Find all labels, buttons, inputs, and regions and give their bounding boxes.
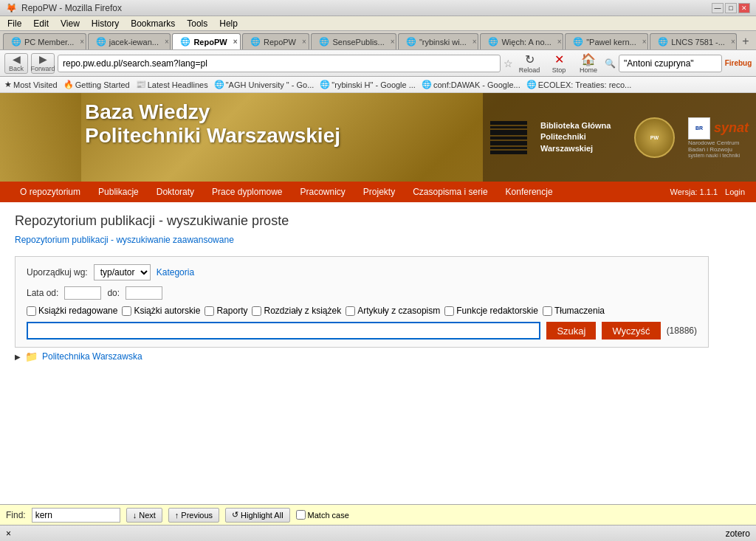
bookmark-getting-started[interactable]: 🔥 Getting Started (63, 80, 130, 89)
bookmark-agh[interactable]: 🌐 "AGH University " - Go... (214, 80, 315, 89)
find-input[interactable] (32, 508, 120, 523)
reload-button[interactable]: ↻ Reload (516, 53, 543, 74)
tab-close-3[interactable]: × (302, 38, 306, 46)
tab-close-1[interactable]: × (165, 38, 169, 46)
nav-doktoraty[interactable]: Doktoraty (148, 183, 203, 201)
tab-close-5[interactable]: × (472, 38, 477, 46)
search-button[interactable]: Szukaj (546, 322, 596, 340)
bookmark-ecolex[interactable]: 🌐 ECOLEX: Treaties: reco... (526, 80, 632, 89)
firebug-button[interactable]: Firebug (725, 53, 752, 74)
maximize-button[interactable]: □ (725, 3, 737, 13)
bookmark-label-1: Getting Started (75, 80, 130, 89)
title-text: RepoPW - Mozilla Firefox (21, 3, 122, 13)
tree-item-pw[interactable]: ▶ 📁 Politechnika Warszawska (15, 348, 709, 365)
menu-tools[interactable]: Tools (182, 17, 212, 30)
tab-0[interactable]: 🌐 PC Member... × (3, 33, 86, 49)
checkbox-raporty-label: Raporty (216, 306, 247, 316)
checkbox-ksiazki-aut-label: Książki autorskie (134, 306, 200, 316)
advanced-search-link[interactable]: Repozytorium publikacji - wyszukiwanie z… (15, 235, 234, 245)
nav-czasopisma[interactable]: Czasopisma i serie (404, 183, 496, 201)
tab-close-6[interactable]: × (557, 38, 562, 46)
menu-file[interactable]: File (3, 17, 26, 30)
checkbox-rozdzialy-input[interactable] (252, 306, 261, 316)
checkbox-ksiazki-aut-input[interactable] (122, 306, 131, 316)
home-button[interactable]: 🏠 Home (575, 53, 602, 74)
tab-close-2[interactable]: × (233, 38, 238, 46)
site-nav-right: Wersja: 1.1.1 Login (670, 187, 745, 196)
tab-close-8[interactable]: × (731, 38, 735, 46)
nav-o-repozytorium[interactable]: O repozytorium (11, 183, 89, 201)
checkbox-tlumaczenia-input[interactable] (543, 306, 552, 316)
tab-5[interactable]: 🌐 "rybinski wi... × (398, 33, 479, 49)
checkbox-ksiazki-red: Książki redagowane (27, 306, 117, 316)
years-to-input[interactable] (126, 286, 162, 300)
findbar: Find: ↓ Next ↑ Previous ↺ Highlight All … (0, 504, 756, 525)
tab-close-4[interactable]: × (391, 38, 395, 46)
nav-konferencje[interactable]: Konferencje (497, 183, 562, 201)
tab-2[interactable]: 🌐 RepoPW × (172, 33, 241, 49)
minimize-button[interactable]: — (712, 3, 724, 13)
tab-7[interactable]: 🌐 "Pawel kern... × (565, 33, 648, 49)
reload-label: Reload (519, 66, 540, 74)
tab-close-7[interactable]: × (642, 38, 647, 46)
menu-edit[interactable]: Edit (29, 17, 53, 30)
checkbox-tlumaczenia: Tłumaczenia (543, 306, 605, 316)
bookmark-rybinski[interactable]: 🌐 "rybinski H" - Google ... (320, 80, 416, 89)
bookmark-star-icon[interactable]: ☆ (504, 58, 513, 69)
globe-icon-1: 🌐 (320, 80, 330, 89)
bookmark-label-4: "rybinski H" - Google ... (331, 80, 416, 89)
main-search-input[interactable] (27, 322, 540, 340)
checkbox-ksiazki-red-input[interactable] (27, 306, 36, 316)
bookmark-latest-headlines[interactable]: 📰 Latest Headlines (136, 80, 208, 89)
zotero-button[interactable]: zotero (726, 528, 750, 539)
tab-1[interactable]: 🌐 jacek-iewan... × (88, 33, 171, 49)
menu-bookmarks[interactable]: Bookmarks (126, 17, 179, 30)
menu-view[interactable]: View (56, 17, 84, 30)
tab-4[interactable]: 🌐 SensePublis... × (311, 33, 396, 49)
tab-6[interactable]: 🌐 Więch: A no... × (480, 33, 563, 49)
clear-button[interactable]: Wyczyść (602, 322, 660, 340)
tab-8[interactable]: 🌐 LNCS 7581 -... × (650, 33, 737, 49)
google-search-input[interactable] (619, 55, 722, 72)
match-case-checkbox[interactable] (296, 510, 306, 520)
bookmark-label-3: "AGH University " - Go... (226, 80, 315, 89)
close-button[interactable]: ✕ (738, 3, 750, 13)
forward-button[interactable]: ▶ Forward (31, 53, 55, 74)
tab-icon-3: 🌐 (250, 37, 261, 46)
nav-publikacje[interactable]: Publikacje (89, 183, 148, 201)
tab-3[interactable]: 🌐 RepoPW × (242, 33, 309, 49)
menu-help[interactable]: Help (215, 17, 242, 30)
globe-icon-0: 🌐 (214, 80, 224, 89)
tab-close-0[interactable]: × (80, 38, 84, 46)
highlight-label: Highlight All (241, 511, 283, 520)
window-title: 🦊 RepoPW - Mozilla Firefox (6, 3, 122, 13)
sort-select[interactable]: typ/autor (94, 264, 151, 280)
nav-prace-dyplomowe[interactable]: Prace dyplomowe (203, 183, 291, 201)
find-next-button[interactable]: ↓ Next (126, 508, 162, 523)
site-title: Baza Wiedzy Politechniki Warszawskiej (85, 100, 340, 148)
url-input[interactable] (58, 55, 501, 72)
sort-label: Uporządkuj wg: (27, 267, 88, 278)
bookmark-dawak[interactable]: 🌐 conf:DAWAK - Google... (422, 80, 520, 89)
category-link[interactable]: Kategoria (157, 267, 194, 278)
checkbox-funkcje-input[interactable] (444, 306, 454, 316)
highlight-all-button[interactable]: ↺ Highlight All (225, 508, 289, 523)
find-previous-button[interactable]: ↑ Previous (168, 508, 219, 523)
checkbox-raporty-input[interactable] (205, 306, 214, 316)
new-tab-button[interactable]: + (738, 33, 753, 49)
globe-icon-3: 🌐 (526, 80, 537, 89)
stop-button[interactable]: ✕ Stop (546, 53, 572, 74)
bookmark-label-5: conf:DAWAK - Google... (433, 80, 520, 89)
back-button[interactable]: ◀ Back (4, 53, 28, 74)
status-close[interactable]: × (6, 528, 11, 539)
years-row: Lata od: do: (27, 286, 697, 300)
nav-pracownicy[interactable]: Pracownicy (291, 183, 354, 201)
bookmark-most-visited[interactable]: ★ Most Visited (4, 80, 58, 89)
menu-history[interactable]: History (87, 17, 123, 30)
find-previous-label: Previous (181, 511, 213, 520)
window-controls[interactable]: — □ ✕ (712, 3, 750, 13)
checkbox-artykuly-input[interactable] (346, 306, 355, 316)
years-from-input[interactable] (64, 286, 101, 300)
login-button[interactable]: Login (725, 187, 745, 196)
nav-projekty[interactable]: Projekty (354, 183, 404, 201)
